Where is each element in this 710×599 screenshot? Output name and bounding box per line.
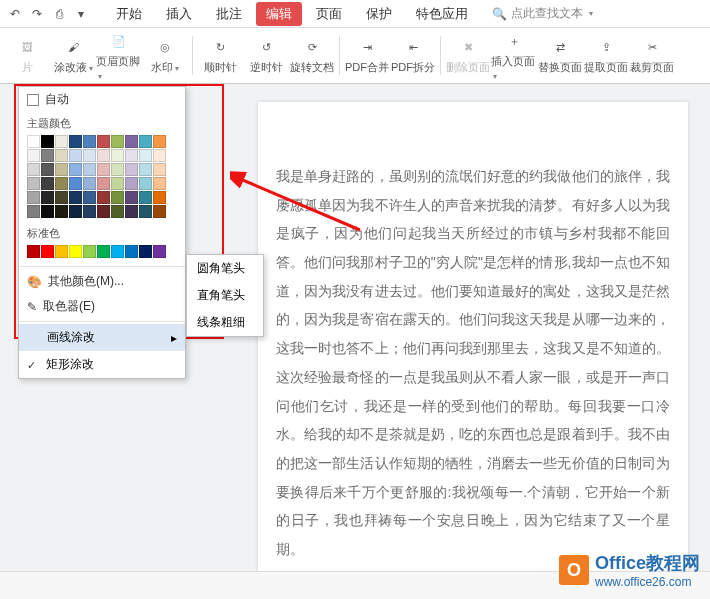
tab-special[interactable]: 特色应用 [406, 1, 478, 27]
color-swatch[interactable] [41, 149, 54, 162]
color-swatch[interactable] [27, 245, 40, 258]
ribbon-split-button[interactable]: ⇤PDF拆分 [390, 28, 436, 83]
color-swatch[interactable] [97, 205, 110, 218]
color-swatch[interactable] [55, 163, 68, 176]
qat-more-icon[interactable]: ▾ [72, 5, 90, 23]
color-swatch[interactable] [125, 177, 138, 190]
color-swatch[interactable] [69, 205, 82, 218]
color-swatch[interactable] [41, 177, 54, 190]
color-swatch[interactable] [55, 149, 68, 162]
color-swatch[interactable] [27, 177, 40, 190]
line-width-option[interactable]: 线条粗细 [187, 309, 263, 336]
ribbon-extract-page-button[interactable]: ⇪提取页面 [583, 28, 629, 83]
color-swatch[interactable] [97, 245, 110, 258]
color-swatch[interactable] [139, 205, 152, 218]
color-swatch[interactable] [27, 205, 40, 218]
color-swatch[interactable] [139, 245, 152, 258]
color-swatch[interactable] [139, 163, 152, 176]
rect-eraser-option[interactable]: 矩形涂改 [19, 351, 185, 378]
color-swatch[interactable] [111, 135, 124, 148]
color-swatch[interactable] [27, 163, 40, 176]
color-swatch[interactable] [139, 191, 152, 204]
color-swatch[interactable] [111, 149, 124, 162]
tab-insert[interactable]: 插入 [156, 1, 202, 27]
color-swatch[interactable] [41, 191, 54, 204]
color-swatch[interactable] [41, 163, 54, 176]
undo-icon[interactable]: ↶ [6, 5, 24, 23]
color-swatch[interactable] [55, 191, 68, 204]
color-swatch[interactable] [69, 245, 82, 258]
color-swatch[interactable] [27, 149, 40, 162]
tab-comment[interactable]: 批注 [206, 1, 252, 27]
color-swatch[interactable] [139, 135, 152, 148]
color-swatch[interactable] [69, 191, 82, 204]
color-swatch[interactable] [153, 245, 166, 258]
ribbon-crop-page-button[interactable]: ✂裁剪页面 [629, 28, 675, 83]
color-swatch[interactable] [55, 135, 68, 148]
ribbon-rotate-doc-button[interactable]: ⟳旋转文档 [289, 28, 335, 83]
color-swatch[interactable] [153, 177, 166, 190]
round-tip-option[interactable]: 圆角笔头 [187, 255, 263, 282]
ribbon-merge-button[interactable]: ⇥PDF合并 [344, 28, 390, 83]
color-swatch[interactable] [153, 191, 166, 204]
square-tip-option[interactable]: 直角笔头 [187, 282, 263, 309]
color-swatch[interactable] [125, 135, 138, 148]
color-swatch[interactable] [83, 163, 96, 176]
color-swatch[interactable] [111, 163, 124, 176]
color-swatch[interactable] [83, 177, 96, 190]
color-swatch[interactable] [153, 163, 166, 176]
color-swatch[interactable] [69, 177, 82, 190]
tab-edit[interactable]: 编辑 [256, 2, 302, 26]
color-swatch[interactable] [27, 135, 40, 148]
color-swatch[interactable] [55, 205, 68, 218]
ribbon-rotate-ccw-button[interactable]: ↺逆时针 [243, 28, 289, 83]
color-swatch[interactable] [83, 135, 96, 148]
color-swatch[interactable] [153, 205, 166, 218]
ribbon-brush-button[interactable]: 🖌涂改液▾ [50, 28, 96, 83]
color-swatch[interactable] [83, 149, 96, 162]
ribbon-replace-page-button[interactable]: ⇄替换页面 [537, 28, 583, 83]
color-swatch[interactable] [153, 135, 166, 148]
color-swatch[interactable] [83, 191, 96, 204]
color-swatch[interactable] [41, 205, 54, 218]
eyedropper-option[interactable]: ✎ 取色器(E) [19, 294, 185, 319]
color-swatch[interactable] [111, 205, 124, 218]
color-swatch[interactable] [97, 149, 110, 162]
ribbon-watermark-button[interactable]: ◎水印▾ [142, 28, 188, 83]
color-swatch[interactable] [41, 135, 54, 148]
redo-icon[interactable]: ↷ [28, 5, 46, 23]
color-swatch[interactable] [125, 163, 138, 176]
color-swatch[interactable] [153, 149, 166, 162]
search-box[interactable]: 🔍 点此查找文本 ▾ [492, 5, 593, 22]
color-swatch[interactable] [125, 205, 138, 218]
print-icon[interactable]: ⎙ [50, 5, 68, 23]
ribbon-header-footer-button[interactable]: 📄页眉页脚▾ [96, 28, 142, 83]
color-swatch[interactable] [55, 177, 68, 190]
color-swatch[interactable] [97, 163, 110, 176]
color-swatch[interactable] [97, 177, 110, 190]
auto-color-option[interactable]: 自动 [19, 87, 185, 112]
color-swatch[interactable] [125, 245, 138, 258]
color-swatch[interactable] [111, 191, 124, 204]
color-swatch[interactable] [69, 163, 82, 176]
color-swatch[interactable] [69, 135, 82, 148]
color-swatch[interactable] [97, 135, 110, 148]
tab-page[interactable]: 页面 [306, 1, 352, 27]
color-swatch[interactable] [111, 177, 124, 190]
tab-protect[interactable]: 保护 [356, 1, 402, 27]
color-swatch[interactable] [27, 191, 40, 204]
color-swatch[interactable] [97, 191, 110, 204]
color-swatch[interactable] [125, 149, 138, 162]
color-swatch[interactable] [55, 245, 68, 258]
color-swatch[interactable] [125, 191, 138, 204]
tab-start[interactable]: 开始 [106, 1, 152, 27]
color-swatch[interactable] [69, 149, 82, 162]
color-swatch[interactable] [111, 245, 124, 258]
color-swatch[interactable] [41, 245, 54, 258]
color-swatch[interactable] [139, 177, 152, 190]
color-swatch[interactable] [83, 205, 96, 218]
curve-eraser-option[interactable]: 画线涂改 ▸ [19, 324, 185, 351]
color-swatch[interactable] [83, 245, 96, 258]
ribbon-insert-page-button[interactable]: ＋插入页面▾ [491, 28, 537, 83]
ribbon-rotate-cw-button[interactable]: ↻顺时针 [197, 28, 243, 83]
